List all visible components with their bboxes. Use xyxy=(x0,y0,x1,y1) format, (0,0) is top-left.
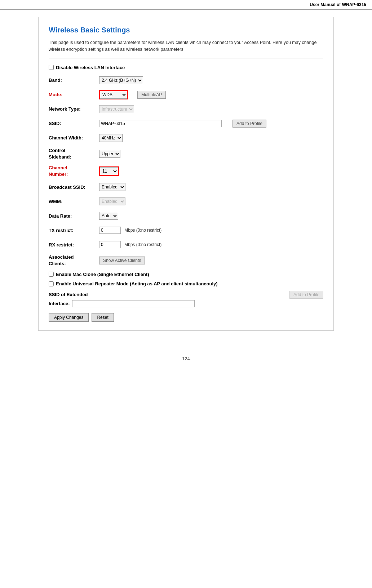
mode-content: WDS AP Client Repeater MultipleAP xyxy=(99,90,323,99)
mac-clone-label: Enable Mac Clone (Single Ethernet Client… xyxy=(56,272,149,277)
control-sideband-content: Upper Lower xyxy=(99,150,323,158)
wmm-content: Enabled Disabled xyxy=(99,197,323,205)
channel-width-content: 40MHz 20MHz xyxy=(99,134,323,142)
reset-button[interactable]: Reset xyxy=(92,313,114,322)
page-number: -124- xyxy=(181,356,191,361)
channel-select-wrapper: 1234 5678 9101112 13Auto xyxy=(99,166,119,176)
disable-wireless-label: Disable Wireless LAN Interface xyxy=(56,65,125,70)
mode-row: Mode: WDS AP Client Repeater MultipleAP xyxy=(49,90,323,100)
broadcast-ssid-select[interactable]: Enabled Disabled xyxy=(99,183,125,191)
associated-clients-content: Show Active Clients xyxy=(99,257,323,264)
tx-restrict-unit: Mbps (0:no restrict) xyxy=(124,228,161,233)
band-content: 2.4 GHz (B+G+N) 5 GHz xyxy=(99,76,323,84)
rx-restrict-unit: Mbps (0:no restrict) xyxy=(124,242,161,247)
header-title: User Manual of WNAP-6315 xyxy=(310,2,366,7)
wmm-row: WMM: Enabled Disabled xyxy=(49,196,323,206)
universal-repeater-label: Enable Universal Repeater Mode (Acting a… xyxy=(56,281,218,287)
band-label: Band: xyxy=(49,77,99,83)
disable-wireless-row: Disable Wireless LAN Interface xyxy=(49,65,323,70)
divider xyxy=(49,58,323,58)
data-rate-content: Auto 1M2M5.5M11M 6M9M12M18M 24M36M48M54M xyxy=(99,212,323,220)
show-active-clients-button[interactable]: Show Active Clients xyxy=(99,257,145,264)
page-title: Wireless Basic Settings xyxy=(49,26,323,34)
page-footer: -124- xyxy=(0,356,372,365)
wmm-label: WMM: xyxy=(49,199,99,204)
multiple-ap-button[interactable]: MultipleAP xyxy=(137,91,166,99)
data-rate-row: Data Rate: Auto 1M2M5.5M11M 6M9M12M18M 2… xyxy=(49,211,323,221)
data-rate-select[interactable]: Auto 1M2M5.5M11M 6M9M12M18M 24M36M48M54M xyxy=(99,212,118,220)
tx-restrict-label: TX restrict: xyxy=(49,228,99,233)
channel-width-row: Channel Width: 40MHz 20MHz xyxy=(49,133,323,143)
network-type-select[interactable]: Infrastructure Ad-Hoc xyxy=(99,105,134,113)
wmm-select[interactable]: Enabled Disabled xyxy=(99,197,125,205)
rx-restrict-input[interactable] xyxy=(99,241,121,248)
mode-select-wrapper: WDS AP Client Repeater xyxy=(99,90,128,99)
apply-changes-button[interactable]: Apply Changes xyxy=(49,313,89,322)
channel-number-select[interactable]: 1234 5678 9101112 13Auto xyxy=(100,167,118,175)
band-select[interactable]: 2.4 GHz (B+G+N) 5 GHz xyxy=(99,76,143,84)
channel-number-content: 1234 5678 9101112 13Auto xyxy=(99,166,323,176)
associated-clients-row: AssociatedClients: Show Active Clients xyxy=(49,254,323,267)
broadcast-ssid-label: Broadcast SSID: xyxy=(49,184,99,190)
channel-number-row: ChannelNumber: 1234 5678 9101112 13Auto xyxy=(49,165,323,178)
band-row: Band: 2.4 GHz (B+G+N) 5 GHz xyxy=(49,75,323,85)
associated-clients-label: AssociatedClients: xyxy=(49,254,99,267)
tx-restrict-row: TX restrict: Mbps (0:no restrict) xyxy=(49,225,323,235)
ssid-extended-title: SSID of Extended xyxy=(49,292,88,297)
network-type-row: Network Type: Infrastructure Ad-Hoc xyxy=(49,104,323,114)
mode-label: Mode: xyxy=(49,92,99,97)
page-header: User Manual of WNAP-6315 xyxy=(0,0,372,10)
broadcast-ssid-content: Enabled Disabled xyxy=(99,183,323,191)
channel-width-label: Channel Width: xyxy=(49,135,99,141)
broadcast-ssid-row: Broadcast SSID: Enabled Disabled xyxy=(49,182,323,192)
rx-restrict-label: RX restrict: xyxy=(49,242,99,248)
control-sideband-row: ControlSideband: Upper Lower xyxy=(49,147,323,160)
mode-select[interactable]: WDS AP Client Repeater xyxy=(100,91,127,99)
control-sideband-label: ControlSideband: xyxy=(49,147,99,160)
ssid-label: SSID: xyxy=(49,121,99,126)
ssid-extended-section: SSID of Extended Add to Profile Interfac… xyxy=(49,291,323,307)
bottom-buttons: Apply Changes Reset xyxy=(49,313,323,322)
channel-width-select[interactable]: 40MHz 20MHz xyxy=(99,134,123,142)
data-rate-label: Data Rate: xyxy=(49,213,99,219)
mac-clone-row: Enable Mac Clone (Single Ethernet Client… xyxy=(49,272,323,277)
rx-restrict-row: RX restrict: Mbps (0:no restrict) xyxy=(49,240,323,250)
rx-restrict-content: Mbps (0:no restrict) xyxy=(99,241,323,248)
universal-repeater-checkbox[interactable] xyxy=(49,281,54,286)
network-type-label: Network Type: xyxy=(49,106,99,112)
add-to-profile-button[interactable]: Add to Profile xyxy=(232,120,266,128)
network-type-content: Infrastructure Ad-Hoc xyxy=(99,105,323,113)
ssid-extended-input[interactable] xyxy=(72,300,195,307)
disable-wireless-checkbox[interactable] xyxy=(49,65,54,70)
page-description: This page is used to configure the param… xyxy=(49,39,323,53)
ssid-row: SSID: Add to Profile xyxy=(49,119,323,129)
tx-restrict-input[interactable] xyxy=(99,227,121,234)
control-sideband-select[interactable]: Upper Lower xyxy=(99,150,120,158)
universal-repeater-row: Enable Universal Repeater Mode (Acting a… xyxy=(49,281,323,287)
channel-number-label: ChannelNumber: xyxy=(49,165,99,178)
ssid-extended-interface-label: Interface: xyxy=(49,301,70,306)
tx-restrict-content: Mbps (0:no restrict) xyxy=(99,227,323,234)
mac-clone-checkbox[interactable] xyxy=(49,272,54,277)
ssid-content: Add to Profile xyxy=(99,120,323,128)
add-to-profile-button-2[interactable]: Add to Profile xyxy=(289,291,323,299)
ssid-input[interactable] xyxy=(99,120,222,127)
